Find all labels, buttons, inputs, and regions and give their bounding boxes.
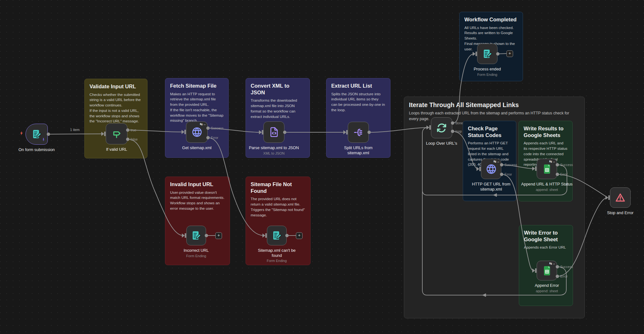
node-sitemap_nf[interactable] (267, 226, 287, 245)
node-if[interactable] (106, 123, 127, 144)
trigger-bolt-icon (19, 131, 24, 137)
pin-icon (41, 137, 46, 143)
form-trigger-icon (31, 128, 43, 140)
port-label: Success (211, 126, 224, 130)
node-parse[interactable] (263, 121, 284, 143)
node-loop[interactable] (431, 117, 452, 138)
node-split[interactable] (348, 122, 369, 143)
node-label: Sitemap.xml can't be found (253, 248, 301, 258)
connection-arrow (482, 294, 486, 297)
node-sublabel: append: sheet (519, 188, 574, 192)
node-sublabel: XML to JSON (248, 151, 299, 156)
port-label: loop (455, 129, 462, 133)
xml-file-icon (268, 126, 280, 138)
retry-icon: ⇆ → (200, 122, 206, 126)
node-label: Split URLs from sitemap.xml (339, 145, 378, 155)
node-sublabel: Form Ending (172, 254, 220, 258)
node-label-wrap: Append Errorappend: sheet (523, 283, 571, 293)
node-incorrect[interactable] (186, 226, 206, 245)
http-globe-icon (191, 126, 203, 138)
port-label: true (131, 128, 136, 132)
node-append_error[interactable]: ⇆ → (537, 261, 557, 280)
add-node-button[interactable]: + (215, 232, 222, 239)
retry-icon: ⇆ → (549, 160, 555, 163)
loop-icon (436, 122, 447, 134)
node-label: Loop Over URL's (416, 141, 467, 146)
node-label: If valid URL (93, 147, 140, 152)
node-label: Append Error (523, 283, 571, 288)
node-label: Append URL & HTTP Status (519, 182, 574, 187)
node-label: On form submission (8, 147, 65, 152)
node-stop[interactable] (610, 187, 631, 208)
form-icon (482, 48, 493, 60)
port-label: Success (504, 163, 517, 167)
warning-icon (614, 192, 626, 204)
add-node-button[interactable]: + (506, 50, 513, 57)
port-label: Error (560, 172, 568, 176)
connection-15[interactable] (498, 54, 506, 54)
node-label-wrap: HTTP GET URL from sitemap.xml (464, 182, 519, 192)
connection-items-label: 1 item (65, 128, 84, 132)
connection-2[interactable] (128, 139, 183, 236)
connection-0[interactable] (48, 134, 103, 134)
node-process[interactable] (477, 44, 497, 64)
node-label: Incorrect URL (172, 248, 220, 253)
node-label-wrap: Sitemap.xml can't be foundForm Ending (253, 248, 301, 263)
connection-8[interactable] (453, 131, 478, 169)
node-label: Parse sitemap.xml to JSON (248, 145, 299, 150)
node-label-wrap: Get sitemap.xml (173, 145, 221, 150)
node-label-wrap: On form submission (8, 147, 65, 152)
if-branch-icon (111, 128, 123, 140)
node-label: HTTP GET URL from sitemap.xml (464, 182, 519, 192)
node-label-wrap: Incorrect URLForm Ending (172, 248, 220, 258)
node-label: Stop and Error (597, 210, 644, 215)
sheets-icon (541, 265, 553, 277)
node-form[interactable] (25, 124, 48, 145)
form-icon (271, 230, 283, 242)
workflow-canvas[interactable]: { "theme":{ "canvas_bg":"#181818", "edge… (0, 0, 644, 334)
node-label-wrap: Stop and Error (597, 210, 644, 215)
node-sublabel: Form Ending (253, 259, 301, 263)
connection-6[interactable] (369, 127, 428, 132)
node-get[interactable]: ⇆ → (186, 121, 208, 143)
port-label: Success (560, 265, 573, 269)
port-label: Success (560, 163, 573, 167)
port-label: false (131, 137, 138, 141)
node-label: Process ended (463, 67, 511, 72)
split-out-icon (353, 127, 364, 138)
node-label-wrap: Append URL & HTTP Statusappend: sheet (519, 182, 574, 192)
node-sublabel: Form Ending (463, 73, 511, 77)
retry-icon: ⇆ → (494, 160, 499, 163)
port-label: Error (504, 172, 512, 176)
node-label-wrap: Split URLs from sitemap.xml (339, 145, 378, 155)
node-label: Get sitemap.xml (173, 145, 221, 150)
form-icon (190, 230, 202, 242)
node-label-wrap: If valid URL (93, 147, 140, 152)
port-label: Error (211, 136, 218, 140)
node-http[interactable]: ⇆ → (481, 159, 501, 179)
connection-7[interactable] (453, 54, 474, 123)
connection-arrow (493, 193, 497, 197)
node-sublabel: append: sheet (523, 289, 571, 293)
sheets-icon (541, 163, 553, 175)
port-label: done (455, 121, 463, 125)
connection-14[interactable] (557, 198, 607, 276)
node-label-wrap: Parse sitemap.xml to JSONXML to JSON (248, 145, 299, 156)
add-node-button[interactable]: + (296, 232, 303, 239)
http-globe-icon (485, 163, 497, 175)
node-label-wrap: Loop Over URL's (416, 141, 467, 146)
node-append_url[interactable]: ⇆ → (537, 159, 557, 179)
port-label: Error (560, 274, 568, 278)
node-label-wrap: Process endedForm Ending (463, 67, 511, 77)
retry-icon: ⇆ → (549, 262, 555, 265)
